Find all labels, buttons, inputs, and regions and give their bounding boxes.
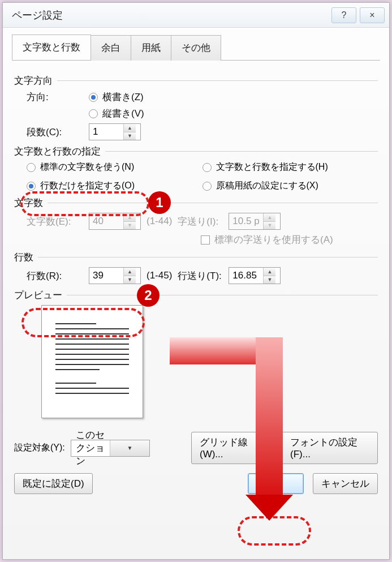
radio-vertical[interactable]: 縦書き(V) xyxy=(89,107,144,120)
use-std-pitch-label: 標準の字送りを使用する(A) xyxy=(214,233,333,246)
apply-to-value: このセクション xyxy=(71,428,110,467)
char-pitch-spinner: ▲▼ xyxy=(229,213,281,230)
line-pitch-spinner[interactable]: ▲▼ xyxy=(229,267,281,284)
apply-to-combo[interactable]: このセクション ▼ xyxy=(71,440,150,457)
help-button[interactable]: ? xyxy=(331,7,356,23)
radio-both[interactable]: 文字数と行数を指定する(H) xyxy=(203,161,366,173)
group-chars: 文字数 xyxy=(14,196,378,209)
radio-lines-only[interactable]: 行数だけを指定する(O) xyxy=(27,180,190,192)
lines-spinner[interactable]: ▲▼ xyxy=(89,267,141,284)
lines-input[interactable] xyxy=(89,268,123,283)
font-settings-button[interactable]: フォントの設定(F)... xyxy=(282,432,378,464)
spinner-up-icon[interactable]: ▲ xyxy=(124,268,136,276)
page-setup-dialog: ページ設定 ? × 文字数と行数 余白 用紙 その他 文字方向 方向: 横書き(… xyxy=(2,2,390,560)
gridlines-button[interactable]: グリッド線(W)... xyxy=(191,432,276,464)
line-pitch-input[interactable] xyxy=(229,268,263,283)
lines-label: 行数(R): xyxy=(27,269,89,282)
line-pitch-label: 行送り(T): xyxy=(178,269,229,282)
apply-to-label: 設定対象(Y): xyxy=(14,442,65,454)
titlebar: ページ設定 ? × xyxy=(3,3,389,28)
char-pitch-input xyxy=(229,214,263,229)
chars-input xyxy=(89,214,123,229)
group-spec: 文字数と行数の指定 xyxy=(14,145,378,158)
columns-input[interactable] xyxy=(89,125,123,139)
spinner-up-icon[interactable]: ▲ xyxy=(264,268,275,276)
group-lines: 行数 xyxy=(14,251,378,264)
tab-paper[interactable]: 用紙 xyxy=(131,35,171,61)
ok-button[interactable]: OK xyxy=(248,473,304,494)
spinner-down-icon[interactable]: ▼ xyxy=(124,132,136,140)
close-button[interactable]: × xyxy=(360,7,385,23)
use-std-pitch-checkbox xyxy=(201,235,210,244)
tab-other[interactable]: その他 xyxy=(171,35,221,61)
char-pitch-label: 字送り(I): xyxy=(178,215,229,228)
set-default-button[interactable]: 既定に設定(D) xyxy=(14,473,93,494)
tabs: 文字数と行数 余白 用紙 その他 xyxy=(12,35,380,61)
radio-genkou[interactable]: 原稿用紙の設定にする(X) xyxy=(203,180,366,192)
spinner-up-icon[interactable]: ▲ xyxy=(124,124,136,132)
radio-standard[interactable]: 標準の文字数を使う(N) xyxy=(27,161,190,173)
columns-spinner[interactable]: ▲▼ xyxy=(89,123,141,140)
window-title: ページ設定 xyxy=(12,8,331,22)
chars-label: 文字数(E): xyxy=(27,215,89,228)
spinner-down-icon[interactable]: ▼ xyxy=(124,276,136,284)
tab-chars-lines[interactable]: 文字数と行数 xyxy=(12,35,91,60)
tab-margins[interactable]: 余白 xyxy=(91,35,131,61)
lines-range: (1-45) xyxy=(147,270,172,281)
chars-range: (1-44) xyxy=(147,216,172,227)
spinner-down-icon[interactable]: ▼ xyxy=(264,276,275,284)
direction-label: 方向: xyxy=(27,91,89,104)
tab-panel: 文字方向 方向: 横書き(Z) 縦書き(V) 段数(C): ▲▼ xyxy=(12,61,380,494)
group-direction: 文字方向 xyxy=(14,74,378,87)
chevron-down-icon[interactable]: ▼ xyxy=(110,440,149,456)
group-preview: プレビュー xyxy=(14,289,378,302)
radio-horizontal[interactable]: 横書き(Z) xyxy=(89,91,144,104)
preview-page xyxy=(41,305,143,418)
columns-label: 段数(C): xyxy=(27,126,89,139)
chars-spinner: ▲▼ xyxy=(89,213,141,230)
cancel-button[interactable]: キャンセル xyxy=(313,473,378,494)
